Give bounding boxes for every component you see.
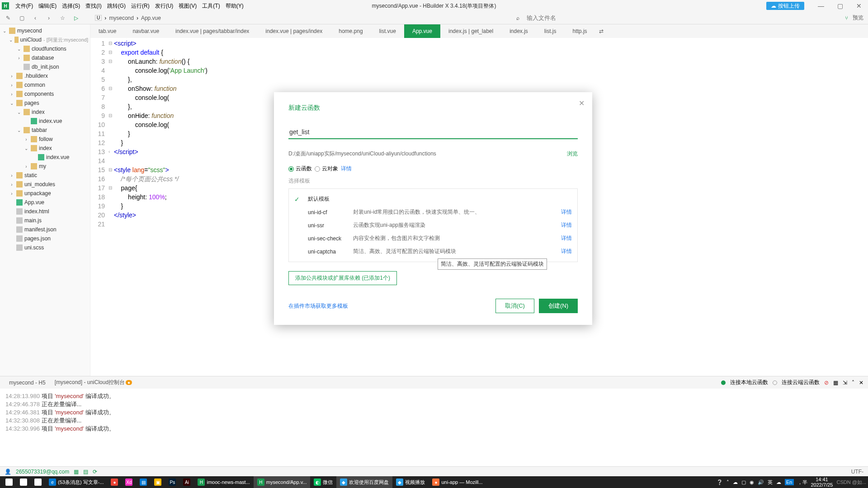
tray-up-icon[interactable]: ˄	[726, 479, 729, 485]
nav-forward-icon[interactable]: ›	[45, 14, 52, 22]
ime-mode[interactable]: ，半	[797, 479, 807, 486]
template-row[interactable]: uni-sec-check内容安全检测，包含图片和文字检测详情	[289, 232, 577, 245]
editor-tab[interactable]: index.js	[501, 24, 536, 38]
terminal-icon[interactable]: ▤	[83, 469, 88, 475]
tree-item[interactable]: my	[0, 162, 90, 171]
menu-run[interactable]: 运行(R)	[128, 2, 152, 10]
preview-button[interactable]: 预览	[853, 14, 863, 22]
menu-edit[interactable]: 编辑(E)	[36, 2, 59, 10]
template-row[interactable]: uni-ssr云函数实现uni-app服务端渲染详情	[289, 219, 577, 232]
ime-badge[interactable]: En	[785, 479, 793, 485]
chevron-icon[interactable]	[16, 56, 22, 61]
connect-local-label[interactable]: 连接本地云函数	[730, 379, 768, 386]
chevron-icon[interactable]	[9, 182, 14, 187]
tree-item[interactable]: index.vue	[0, 117, 90, 126]
editor-tab[interactable]: http.js	[565, 24, 595, 38]
radio-detail-link[interactable]: 详情	[341, 165, 352, 173]
browse-button[interactable]: 浏览	[567, 150, 578, 158]
taskbar-item[interactable]: ●	[107, 476, 122, 488]
tree-item[interactable]: components	[0, 89, 90, 99]
marketplace-link[interactable]: 在插件市场获取更多模板	[288, 302, 348, 310]
taskbar-item[interactable]: Himooc-news-mast...	[194, 476, 253, 488]
chevron-icon[interactable]	[9, 101, 14, 106]
tree-item[interactable]: unpackage	[0, 189, 90, 198]
template-detail-link[interactable]: 详情	[561, 208, 572, 216]
tree-item[interactable]: db_init.json	[0, 62, 90, 71]
tray-volume-icon[interactable]: 🔊	[758, 479, 764, 485]
chevron-icon[interactable]	[9, 92, 14, 97]
clear-icon[interactable]: ▦	[833, 380, 838, 386]
window-maximize-icon[interactable]: ▢	[831, 0, 849, 11]
tree-item[interactable]: common	[0, 80, 90, 89]
tray-cloud-icon[interactable]: ☁	[733, 479, 738, 485]
taskbar-item[interactable]: ⊞	[2, 476, 16, 488]
chevron-icon[interactable]	[24, 137, 29, 142]
grid-icon[interactable]: ▦	[74, 469, 79, 475]
tree-item[interactable]: uniCloud- [阿里云:mysecond]	[0, 35, 90, 44]
search-input[interactable]	[524, 14, 840, 23]
chevron-icon[interactable]	[9, 83, 14, 88]
template-detail-link[interactable]: 详情	[561, 235, 572, 242]
more-tabs-icon[interactable]: ⇄	[595, 28, 607, 34]
menu-publish[interactable]: 发行(U)	[152, 2, 176, 10]
create-button[interactable]: 创建(N)	[539, 299, 578, 313]
radio-cloud-function[interactable]: 云函数	[288, 165, 312, 173]
chevron-icon[interactable]	[16, 128, 22, 133]
menu-tools[interactable]: 工具(T)	[199, 2, 222, 10]
window-minimize-icon[interactable]: —	[812, 0, 830, 11]
chevron-icon[interactable]	[9, 74, 14, 79]
tray-help-icon[interactable]: ❔	[717, 479, 723, 485]
chevron-icon[interactable]	[16, 110, 22, 115]
console-tab[interactable]: [mysecond] - uniCloud控制台●	[50, 376, 137, 389]
tree-item[interactable]: index.html	[0, 207, 90, 216]
editor-tab[interactable]: index.vue | pages/index	[257, 24, 330, 38]
template-detail-link[interactable]: 详情	[561, 248, 572, 255]
tree-item[interactable]: cloudfunctions	[0, 44, 90, 53]
chevron-icon[interactable]	[24, 146, 29, 151]
menu-view[interactable]: 视图(V)	[176, 2, 199, 10]
chevron-icon[interactable]	[9, 173, 14, 178]
tree-item[interactable]: uni.scss	[0, 243, 90, 252]
new-file-icon[interactable]: ✎	[5, 14, 12, 22]
tree-item[interactable]: mysecond	[0, 26, 90, 35]
tray-weather-icon[interactable]: ☁	[776, 479, 781, 485]
console-output[interactable]: 14:28:13.980 项目 'mysecond' 编译成功。14:29:46…	[0, 389, 868, 466]
project-tree[interactable]: myseconduniCloud- [阿里云:mysecond]cloudfun…	[0, 24, 90, 376]
tree-item[interactable]: database	[0, 53, 90, 62]
tree-item[interactable]: index	[0, 144, 90, 153]
taskbar-item[interactable]: ●uni-app — Mozill...	[429, 476, 486, 488]
filter-icon[interactable]: ⑂	[845, 15, 848, 21]
menu-find[interactable]: 查找(I)	[83, 2, 104, 10]
taskbar-clock[interactable]: 14:41 2022/7/25	[811, 477, 833, 488]
function-name-input[interactable]	[288, 126, 578, 139]
run-icon[interactable]: ▷	[72, 14, 80, 22]
star-icon[interactable]: ☆	[59, 14, 66, 22]
editor-tab[interactable]: home.png	[330, 24, 371, 38]
console-tab[interactable]: mysecond - H5	[5, 376, 50, 389]
breadcrumb-file[interactable]: App.vue	[141, 15, 161, 21]
tree-item[interactable]: index.vue	[0, 153, 90, 162]
taskbar-item[interactable]: e(53条消息) 写文章-...	[45, 476, 107, 488]
editor-tab[interactable]: tab.vue	[90, 24, 124, 38]
chevron-icon[interactable]	[2, 28, 7, 33]
tree-item[interactable]: main.js	[0, 216, 90, 225]
menu-select[interactable]: 选择(S)	[59, 2, 83, 10]
editor-tab[interactable]: list.js	[536, 24, 565, 38]
editor-tab[interactable]: navbar.vue	[124, 24, 167, 38]
cancel-button[interactable]: 取消(C)	[495, 299, 534, 313]
tray-ime-icon[interactable]: 英	[768, 479, 773, 486]
add-dependencies-button[interactable]: 添加公共模块或扩展库依赖 (已添加1个)	[288, 271, 397, 285]
tree-item[interactable]: tabbar	[0, 126, 90, 135]
radio-cloud-object[interactable]: 云对象	[315, 165, 338, 173]
cloud-upload-button[interactable]: ☁按钮上传	[766, 2, 804, 10]
taskbar-item[interactable]: ○	[16, 476, 31, 488]
editor-tab[interactable]: index.vue | pages/tabbar/index	[167, 24, 257, 38]
dialog-close-icon[interactable]: ✕	[577, 99, 586, 108]
save-icon[interactable]: ▢	[18, 14, 25, 22]
window-close-icon[interactable]: ✕	[850, 0, 868, 11]
menu-help[interactable]: 帮助(Y)	[223, 2, 246, 10]
fold-gutter[interactable]: ⊟⊟⊟⊟⊟‹⊟⊟	[108, 38, 114, 376]
taskbar-item[interactable]: ◆视频播放	[392, 476, 429, 488]
tree-item[interactable]: manifest.json	[0, 225, 90, 234]
menu-goto[interactable]: 跳转(G)	[104, 2, 128, 10]
